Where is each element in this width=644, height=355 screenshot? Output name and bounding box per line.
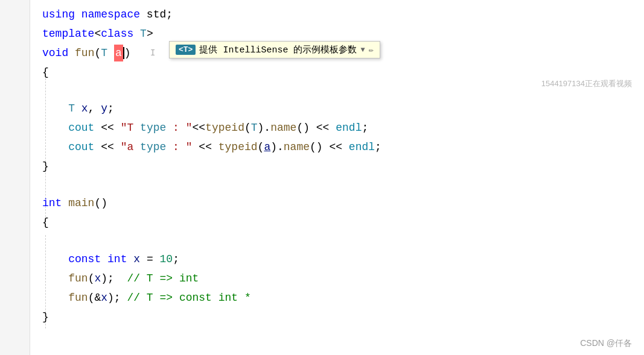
kw-int: int	[42, 195, 62, 212]
line-14: const int x = 10;	[36, 250, 644, 269]
csdn-signature: CSDN @仟各	[580, 338, 632, 349]
watermark-text: 1544197134正在观看视频	[541, 78, 632, 89]
cout-1: cout	[68, 119, 94, 137]
line-9: }	[36, 157, 644, 177]
fn-name-2: name	[284, 139, 310, 156]
intellisense-edit-icon[interactable]: ✏	[369, 45, 374, 55]
code-editor: using namespace std; template<class T> −…	[0, 0, 644, 355]
fn-fun: fun	[75, 45, 94, 62]
line-1: using namespace std;	[36, 5, 644, 24]
kw-template: template	[42, 25, 94, 43]
str-T-type: "T type : "	[121, 119, 193, 137]
var-x-main: x	[133, 251, 140, 268]
arg-x: x	[94, 270, 101, 287]
endl-1: endl	[336, 119, 362, 137]
intellisense-popup[interactable]: <T> 提供 IntelliSense 的示例模板参数 ▼ ✏	[169, 41, 380, 58]
kw-class: class	[101, 25, 133, 43]
fn-call-2: fun	[68, 289, 88, 307]
kw-namespace: namespace	[81, 6, 140, 24]
endl-2: endl	[349, 139, 375, 156]
line-7: cout << "T type : "<<typeid(T).name() <<…	[36, 119, 644, 138]
line-13	[36, 233, 644, 250]
var-x: x	[81, 100, 88, 118]
intellisense-tag: <T>	[176, 45, 196, 55]
kw-using: using	[42, 6, 75, 24]
fn-name-1: name	[270, 119, 296, 137]
type-T-1: T	[68, 100, 75, 118]
intellisense-dropdown[interactable]: ▼	[360, 46, 365, 54]
kw-void: void	[42, 45, 68, 62]
cout-2: cout	[68, 139, 94, 156]
intellisense-text: 提供 IntelliSense 的示例模板参数	[199, 44, 357, 55]
comment-1: // T => int	[127, 270, 199, 287]
line-10	[36, 177, 644, 194]
line-17: }	[36, 307, 644, 327]
line-12: {	[36, 213, 644, 233]
str-a-type: "a type : "	[121, 139, 193, 156]
ns-std: std	[147, 6, 166, 24]
kw-int-2: int	[107, 251, 127, 268]
fn-typeid-T: typeid	[205, 119, 244, 137]
arg-ref-x: x	[101, 289, 107, 307]
line-11: − int main()	[36, 194, 644, 213]
param-T: T	[101, 45, 107, 62]
var-y: y	[101, 100, 107, 118]
kw-const: const	[68, 251, 101, 268]
comment-2: // T => const int *	[127, 289, 250, 307]
var-a: a	[264, 139, 270, 156]
fn-typeid-a: typeid	[218, 139, 258, 156]
param-a-highlight: a	[114, 45, 123, 62]
fn-call-1: fun	[68, 270, 88, 287]
line-16: fun(&x); // T => const int *	[36, 288, 644, 307]
num-10: 10	[160, 251, 173, 268]
gutter	[0, 0, 30, 355]
line-8: cout << "a type : " << typeid(a).name() …	[36, 138, 644, 157]
line-6: T x, y;	[36, 99, 644, 119]
cursor-pos-label: I	[150, 46, 155, 60]
template-param-T: T	[140, 25, 147, 43]
line-15: fun(x); // T => int	[36, 269, 644, 288]
fn-main: main	[68, 195, 94, 212]
